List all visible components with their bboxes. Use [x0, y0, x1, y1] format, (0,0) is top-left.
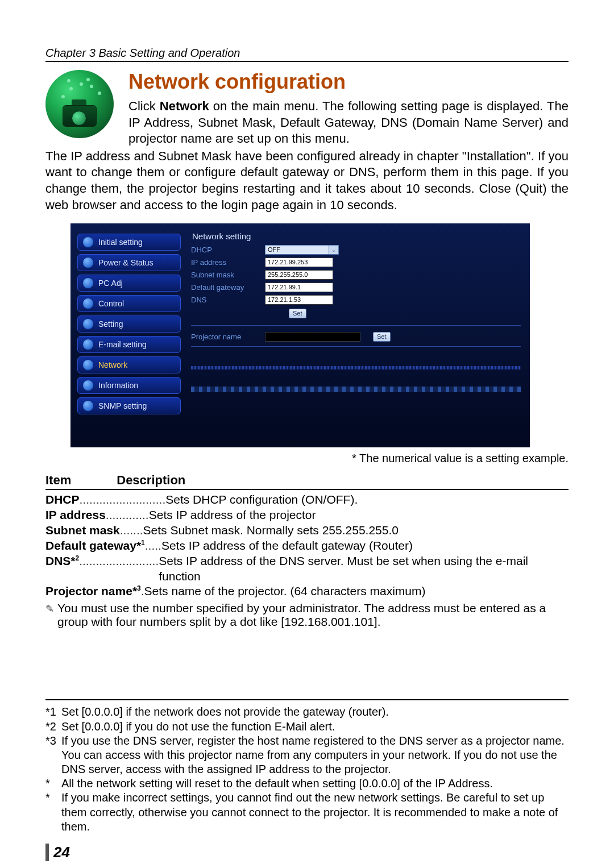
ip-address-label: IP address [191, 258, 262, 267]
menu-icon [82, 339, 94, 350]
sidebar-item-network[interactable]: Network [77, 356, 181, 373]
menu-icon [82, 400, 94, 412]
sidebar-item-email-setting[interactable]: E-mail setting [77, 336, 181, 353]
dhcp-label: DHCP [191, 246, 262, 254]
chevron-down-icon: ⌄ [329, 246, 338, 254]
menu-icon [82, 298, 94, 309]
ip-address-input[interactable]: 172.21.99.253 [265, 258, 333, 267]
set-button-2[interactable]: Set [373, 332, 391, 342]
network-camera-icon [45, 70, 118, 143]
page-number: 24 [45, 844, 70, 861]
highlight-bar [191, 387, 521, 392]
menu-label: PC Adj [98, 279, 123, 288]
dhcp-value: OFF [268, 246, 280, 253]
network-setting-screenshot: Initial setting Power & Status PC Adj Co… [70, 223, 530, 447]
sidebar-item-information[interactable]: Information [77, 377, 181, 394]
default-gateway-input[interactable]: 172.21.99.1 [265, 283, 333, 292]
menu-label: Control [98, 299, 124, 308]
sidebar-item-setting[interactable]: Setting [77, 315, 181, 333]
table-header: Item Description [45, 473, 569, 490]
intro-paragraph-1: Click Network on the main menu. The foll… [128, 98, 569, 147]
menu-label: Setting [98, 319, 123, 329]
col-item: Item [45, 473, 71, 488]
description-list: DHCP..........................Sets DHCP … [45, 492, 569, 599]
sidebar-item-power-status[interactable]: Power & Status [77, 254, 181, 271]
menu-icon [82, 359, 94, 371]
projector-name-input[interactable] [265, 332, 360, 342]
intro-paragraph-2: The IP address and Subnet Mask have been… [45, 148, 569, 213]
dns-label: DNS [191, 296, 262, 304]
menu-icon [82, 277, 94, 289]
set-button[interactable]: Set [289, 309, 306, 318]
sidebar-item-pc-adj[interactable]: PC Adj [77, 275, 181, 292]
dhcp-select[interactable]: OFF ⌄ [265, 245, 339, 255]
menu-icon [82, 236, 94, 248]
chapter-header: Chapter 3 Basic Setting and Operation [45, 47, 569, 62]
menu-label: Information [98, 381, 138, 390]
menu-label: SNMP setting [98, 401, 147, 410]
pencil-icon: ✎ [45, 601, 54, 629]
subnet-mask-input[interactable]: 255.255.255.0 [265, 270, 333, 280]
menu-label: Network [98, 360, 127, 369]
menu-icon [82, 257, 94, 268]
panel-heading: Network setting [192, 231, 521, 241]
highlight-bar [191, 366, 521, 369]
menu-label: Initial setting [98, 238, 143, 247]
col-description: Description [117, 473, 185, 488]
default-gateway-label: Default gateway [191, 283, 262, 292]
pencil-note: ✎ You must use the number specified by y… [45, 601, 569, 629]
sidebar-item-control[interactable]: Control [77, 295, 181, 312]
sidebar-item-initial-setting[interactable]: Initial setting [77, 234, 181, 251]
dns-input[interactable]: 172.21.1.53 [265, 295, 333, 305]
figure-note: * The numerical value is a setting examp… [45, 452, 569, 465]
projector-name-label: Projector name [191, 333, 262, 341]
sidebar-item-snmp-setting[interactable]: SNMP setting [77, 397, 181, 414]
menu-label: E-mail setting [98, 340, 147, 349]
sidebar-menu: Initial setting Power & Status PC Adj Co… [77, 231, 181, 414]
section-title: Network configuration [128, 70, 569, 94]
menu-icon [82, 380, 94, 391]
menu-icon [82, 318, 94, 330]
footnotes: *1Set [0.0.0.0] if the network does not … [45, 699, 569, 834]
menu-label: Power & Status [98, 258, 154, 267]
subnet-mask-label: Subnet mask [191, 271, 262, 279]
